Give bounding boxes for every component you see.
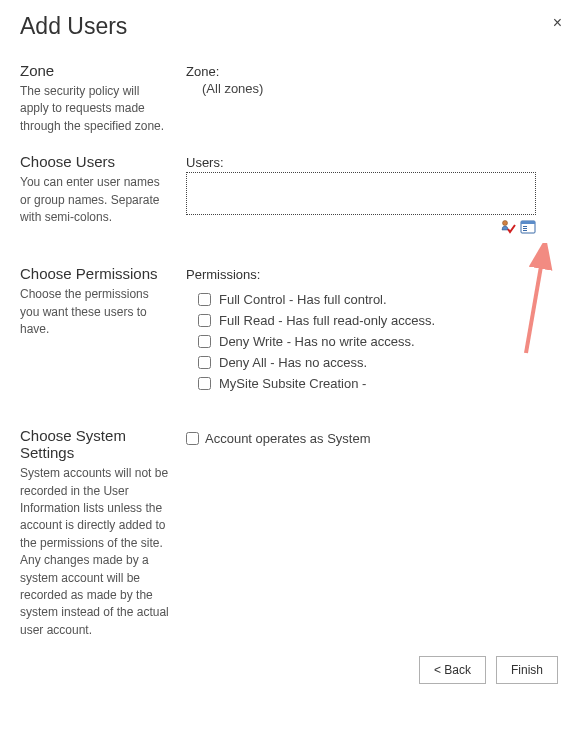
permission-checkbox-deny-write[interactable] <box>198 335 211 348</box>
svg-rect-3 <box>523 226 527 227</box>
users-field-label: Users: <box>186 155 560 170</box>
permissions-desc: Choose the permissions you want these us… <box>20 286 170 338</box>
svg-rect-4 <box>523 228 527 229</box>
page-title: Add Users <box>20 13 560 40</box>
system-checkbox-row[interactable]: Account operates as System <box>186 431 560 446</box>
close-icon[interactable]: × <box>553 15 562 31</box>
permission-item[interactable]: Deny Write - Has no write access. <box>198 334 560 349</box>
finish-button[interactable]: Finish <box>496 656 558 684</box>
permission-label: Full Control - Has full control. <box>219 292 387 307</box>
permissions-section: Choose Permissions Choose the permission… <box>20 265 560 397</box>
permissions-field-label: Permissions: <box>186 267 560 282</box>
zone-section: Zone The security policy will apply to r… <box>20 62 560 135</box>
permission-label: MySite Subsite Creation - <box>219 376 366 391</box>
permission-item[interactable]: MySite Subsite Creation - <box>198 376 560 391</box>
users-input[interactable] <box>186 172 536 215</box>
permission-checkbox-deny-all[interactable] <box>198 356 211 369</box>
svg-rect-2 <box>521 221 535 224</box>
system-heading: Choose System Settings <box>20 427 170 461</box>
zone-heading: Zone <box>20 62 170 79</box>
system-checkbox-label: Account operates as System <box>205 431 370 446</box>
permission-item[interactable]: Full Read - Has full read-only access. <box>198 313 560 328</box>
browse-icon[interactable] <box>520 219 536 235</box>
users-desc: You can enter user names or group names.… <box>20 174 170 226</box>
zone-field-label: Zone: <box>186 64 560 79</box>
permission-checkbox-full-read[interactable] <box>198 314 211 327</box>
back-button[interactable]: < Back <box>419 656 486 684</box>
system-desc: System accounts will not be recorded in … <box>20 465 170 639</box>
system-checkbox[interactable] <box>186 432 199 445</box>
users-heading: Choose Users <box>20 153 170 170</box>
permissions-heading: Choose Permissions <box>20 265 170 282</box>
zone-value: (All zones) <box>186 81 560 96</box>
permission-item[interactable]: Deny All - Has no access. <box>198 355 560 370</box>
permission-checkbox-full-control[interactable] <box>198 293 211 306</box>
permission-label: Deny All - Has no access. <box>219 355 367 370</box>
permission-item[interactable]: Full Control - Has full control. <box>198 292 560 307</box>
permission-label: Full Read - Has full read-only access. <box>219 313 435 328</box>
users-section: Choose Users You can enter user names or… <box>20 153 560 235</box>
footer: < Back Finish <box>419 656 558 684</box>
permission-label: Deny Write - Has no write access. <box>219 334 415 349</box>
check-names-icon[interactable] <box>500 219 516 235</box>
svg-point-0 <box>503 221 508 226</box>
permission-checkbox-mysite[interactable] <box>198 377 211 390</box>
svg-rect-5 <box>523 230 527 231</box>
zone-desc: The security policy will apply to reques… <box>20 83 170 135</box>
system-section: Choose System Settings System accounts w… <box>20 427 560 639</box>
